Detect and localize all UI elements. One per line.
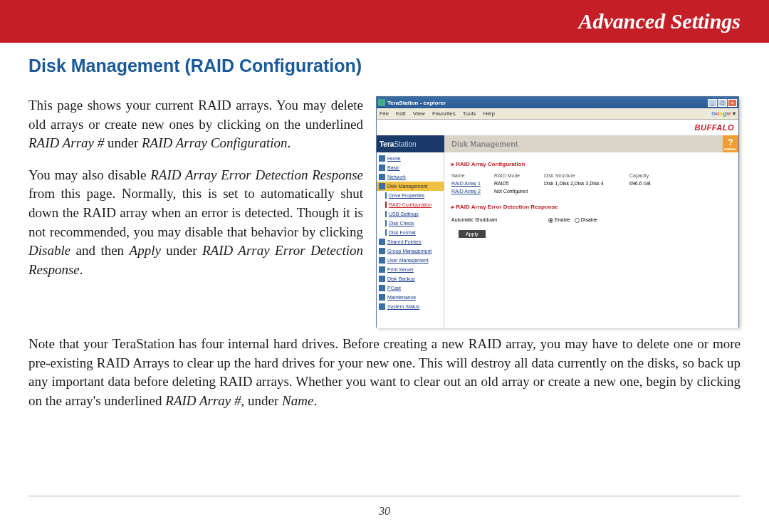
two-column-layout: This page shows your current RAID arrays… (28, 96, 741, 328)
sidebar-nav: Home Basic Network Disk Management Drive… (377, 152, 444, 328)
text-column: This page shows your current RAID arrays… (28, 96, 363, 328)
sidebar-drive-props[interactable]: Drive Properties (377, 191, 444, 200)
window-titlebar: TeraStation - explorer _ □ × (377, 97, 738, 108)
section-heading: Disk Management (RAID Configuration) (28, 56, 741, 76)
menu-edit[interactable]: Edit (396, 110, 406, 117)
menu-tools[interactable]: Tools (463, 110, 476, 117)
menu-file[interactable]: File (380, 110, 389, 117)
section-error-response: RAID Array Error Detection Response (451, 204, 731, 210)
sidebar-raid-config[interactable]: RAID Configuration (377, 200, 444, 209)
sidebar-status[interactable]: System Status (377, 302, 444, 311)
table-row: RAID Array 1 RAID5 Disk 1,Disk 2,Disk 3,… (451, 179, 731, 187)
sidebar-disk-format[interactable]: Disk Format (377, 228, 444, 237)
sidebar-home[interactable]: Home (377, 154, 444, 163)
radio-enable-icon (548, 218, 553, 223)
main-panel: RAID Array Configuration Name RAID Mode … (444, 152, 738, 328)
sidebar-print[interactable]: Print Server (377, 265, 444, 274)
menu-favorites[interactable]: Favorites (432, 110, 456, 117)
menu-help[interactable]: Help (483, 110, 494, 117)
paragraph-2: You may also disable RAID Array Error De… (28, 166, 363, 280)
sidebar-disk-check[interactable]: Disk Check (377, 219, 444, 228)
terastation-logo: TeraStation (377, 135, 444, 152)
embedded-screenshot: TeraStation - explorer _ □ × File Edit V… (376, 96, 739, 328)
page-title: Disk Management (444, 135, 723, 152)
screenshot-column: TeraStation - explorer _ □ × File Edit V… (376, 96, 739, 328)
page-content: Disk Management (RAID Configuration) Thi… (0, 43, 769, 410)
raid-array-2-link[interactable]: RAID Array 2 (451, 189, 481, 194)
minimize-button[interactable]: _ (708, 99, 717, 107)
disable-option[interactable]: Disable (575, 217, 597, 223)
paragraph-3: Note that your TeraStation has four inte… (28, 335, 741, 410)
brand-row: BUFFALO (377, 120, 738, 135)
sidebar-usb[interactable]: USB Settings (377, 209, 444, 219)
window-title: TeraStation - explorer (387, 100, 708, 106)
enable-option[interactable]: Enable (548, 217, 570, 223)
header-banner: Advanced Settings (0, 0, 769, 43)
google-toolbar[interactable]: Google ▾ (711, 110, 736, 117)
close-button[interactable]: × (728, 99, 737, 107)
paragraph-1: This page shows your current RAID arrays… (28, 96, 363, 153)
sidebar-maint[interactable]: Maintenance (377, 293, 444, 302)
apply-button[interactable]: Apply (459, 230, 486, 238)
raid-array-1-link[interactable]: RAID Array 1 (451, 181, 481, 186)
sidebar-basic[interactable]: Basic (377, 163, 444, 172)
auto-shutdown-label: Automatic Shutdown (451, 217, 544, 222)
maximize-button[interactable]: □ (718, 99, 727, 107)
sidebar-pcast[interactable]: PCast (377, 283, 444, 293)
error-response-row: Automatic Shutdown Enable Disable (451, 214, 731, 229)
sidebar-shared[interactable]: Shared Folders (377, 237, 444, 246)
window-favicon (378, 99, 385, 106)
sidebar-disk-mgmt[interactable]: Disk Management (377, 182, 444, 191)
buffalo-logo: BUFFALO (695, 123, 734, 132)
table-row: RAID Array 2 Not Configured (451, 187, 731, 195)
menu-view[interactable]: View (413, 110, 425, 117)
main-row: Home Basic Network Disk Management Drive… (377, 152, 738, 328)
banner-title: Advanced Settings (578, 9, 741, 33)
help-icon[interactable]: ?MANUAL (723, 135, 738, 152)
page-number: 30 (0, 505, 769, 518)
window-buttons: _ □ × (708, 99, 737, 107)
sidebar-group[interactable]: Group Management (377, 246, 444, 256)
table-header: Name RAID Mode Disk Structure Capacity (451, 172, 731, 179)
page-header-row: TeraStation Disk Management ?MANUAL (377, 135, 738, 152)
sidebar-backup[interactable]: Disk Backup (377, 274, 444, 283)
sidebar-user[interactable]: User Management (377, 256, 444, 265)
radio-disable-icon (575, 218, 580, 223)
sidebar-network[interactable]: Network (377, 172, 444, 182)
browser-menubar: File Edit View Favorites Tools Help Goog… (377, 108, 738, 120)
section-raid-config: RAID Array Configuration (451, 161, 731, 167)
footer-rule (28, 496, 741, 496)
raid-table: Name RAID Mode Disk Structure Capacity R… (451, 172, 731, 195)
